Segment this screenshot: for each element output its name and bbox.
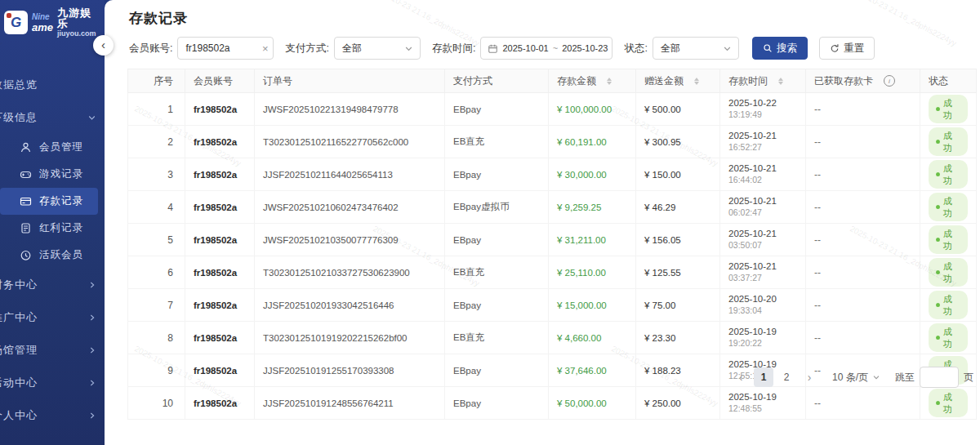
account-input[interactable]: ×: [177, 37, 274, 60]
brand-logo-icon: G: [4, 11, 28, 34]
info-icon[interactable]: i: [884, 75, 895, 87]
account-input-field[interactable]: [185, 42, 256, 54]
sidebar-item-推广中心[interactable]: 推广中心: [0, 301, 105, 334]
sidebar-item-场馆管理[interactable]: 场馆管理: [0, 334, 105, 367]
table-row: 3fr198502aJJSF202510211644025654113EBpay…: [128, 158, 977, 191]
brand-name-cn: 九游娱乐: [57, 7, 103, 29]
column-header-deposit_card: 已获取存款卡i: [806, 69, 920, 93]
table-row: 2fr198502aT30230125102116522770562c000EB…: [128, 126, 977, 158]
sidebar-item-财务中心[interactable]: 财务中心: [0, 269, 105, 301]
cell-account: fr198502a: [185, 191, 255, 224]
cell-deposit-time: 2025-10-2103:37:27: [720, 256, 806, 289]
cell-order-no: JWSF202510221319498479778: [255, 93, 445, 126]
cell-deposit-card: --: [806, 224, 920, 256]
next-page-button[interactable]: ›: [800, 367, 819, 387]
sidebar-item-活动中心[interactable]: 活动中心: [0, 367, 105, 399]
column-header-deposit_time[interactable]: 存款时间: [720, 69, 806, 93]
cell-deposit-amount: ¥ 4,660.00: [549, 322, 636, 354]
cell-deposit-amount: ¥ 60,191.00: [549, 126, 636, 158]
cell-deposit-card: --: [806, 126, 920, 158]
status-value: 全部: [661, 42, 680, 56]
cell-pay-method: EB直充: [445, 256, 549, 289]
cell-pay-method: EBpay: [445, 158, 549, 191]
chevron-down-icon: [87, 113, 96, 122]
cell-pay-method: EBpay: [445, 289, 549, 322]
status-badge: 成功: [929, 193, 968, 221]
cell-deposit-card: --: [806, 256, 920, 289]
cell-deposit-time: 2025-10-2019:33:04: [720, 289, 806, 322]
cell-status: 成功: [920, 191, 977, 224]
table-row: 6fr198502aT302301251021033727530623900EB…: [128, 256, 977, 289]
status-dot-icon: [936, 140, 940, 144]
cell-account: fr198502a: [185, 289, 255, 322]
sidebar: G Nine ame 九游娱乐 jiuyou.com 数据总览下级信息会员管理游…: [0, 0, 105, 445]
deposit-time-label: 存款时间:: [432, 42, 475, 56]
cell-status: 成功: [920, 158, 977, 191]
cell-account: fr198502a: [185, 158, 255, 191]
sidebar-item-红利记录[interactable]: 红利记录: [0, 215, 98, 242]
sidebar-item-下级信息[interactable]: 下级信息: [0, 101, 105, 134]
search-icon: [763, 43, 773, 53]
cell-deposit-time: 2025-10-2103:50:07: [720, 224, 806, 256]
sidebar-item-活跃会员[interactable]: 活跃会员: [0, 242, 98, 269]
cell-deposit-amount: ¥ 15,000.00: [549, 289, 636, 322]
clear-icon[interactable]: ×: [262, 43, 269, 54]
jump-page-input[interactable]: [920, 367, 959, 388]
table-row: 1fr198502aJWSF202510221319498479778EBpay…: [128, 93, 977, 126]
jump-suffix-label: 页: [964, 371, 973, 385]
cell-deposit-card: --: [806, 93, 920, 126]
sidebar-collapse-button[interactable]: ‹: [93, 35, 114, 56]
column-header-status: 状态: [920, 69, 977, 93]
status-badge: 成功: [929, 323, 968, 352]
cell-bonus-amount: ¥ 23.30: [636, 322, 720, 354]
cell-account: fr198502a: [185, 387, 255, 420]
date-end[interactable]: 2025-10-23: [562, 43, 608, 53]
search-button[interactable]: 搜索: [752, 37, 808, 60]
sort-icon[interactable]: [607, 78, 612, 85]
status-dot-icon: [936, 107, 940, 111]
sidebar-item-会员管理[interactable]: 会员管理: [0, 134, 98, 161]
cell-bonus-amount: ¥ 300.95: [636, 126, 720, 158]
date-separator: ~: [553, 43, 558, 53]
card-icon: [20, 195, 32, 207]
cell-index: 10: [128, 387, 185, 420]
cell-status: 成功: [920, 289, 977, 322]
cell-index: 8: [128, 322, 185, 354]
pay-method-label: 支付方式:: [285, 42, 328, 56]
sort-icon[interactable]: [694, 78, 699, 85]
deposit-records-page: G Nine ame 九游娱乐 jiuyou.com 数据总览下级信息会员管理游…: [0, 0, 980, 445]
cell-index: 1: [128, 93, 185, 126]
cell-deposit-amount: ¥ 100,000.00: [549, 93, 636, 126]
page-size-select[interactable]: 10 条/页: [832, 371, 880, 385]
page-number-1[interactable]: 1: [754, 367, 773, 387]
page-number-2[interactable]: 2: [777, 367, 796, 387]
column-header-bonus_amount[interactable]: 赠送金额: [636, 69, 720, 93]
cell-index: 2: [128, 126, 185, 158]
table-header: 序号会员账号订单号支付方式存款金额赠送金额存款时间已获取存款卡i状态: [128, 69, 977, 93]
date-start[interactable]: 2025-10-01: [502, 43, 548, 53]
table-row: 5fr198502aJWSF202510210350077776309EBpay…: [128, 224, 977, 256]
reset-button[interactable]: 重置: [819, 37, 875, 60]
sidebar-item-游戏记录[interactable]: 游戏记录: [0, 161, 98, 188]
cell-status: 成功: [920, 224, 977, 256]
sidebar-item-个人中心[interactable]: 个人中心: [0, 399, 105, 432]
page-title: 存款记录: [129, 9, 188, 28]
sort-icon[interactable]: [778, 78, 783, 85]
status-select[interactable]: 全部: [653, 37, 739, 60]
pay-method-select[interactable]: 全部: [334, 37, 421, 60]
cell-status: 成功: [920, 93, 977, 126]
calendar-icon: [488, 43, 498, 54]
sidebar-item-存款记录[interactable]: 存款记录: [0, 188, 98, 215]
cell-bonus-amount: ¥ 46.29: [636, 191, 720, 224]
prev-page-button[interactable]: ‹: [731, 367, 751, 387]
gamepad-icon: [20, 168, 32, 180]
cell-pay-method: EBpay: [445, 93, 549, 126]
cell-bonus-amount: ¥ 125.55: [636, 256, 720, 289]
column-header-deposit_amount[interactable]: 存款金额: [549, 69, 636, 93]
cell-deposit-time: 2025-10-1912:48:55: [720, 387, 806, 420]
chevron-right-icon: [88, 314, 96, 322]
date-range-picker[interactable]: 2025-10-01 ~ 2025-10-23: [480, 37, 612, 60]
cell-deposit-card: --: [806, 387, 920, 420]
sidebar-item-数据总览[interactable]: 数据总览: [0, 69, 105, 101]
status-badge: 成功: [929, 95, 968, 123]
